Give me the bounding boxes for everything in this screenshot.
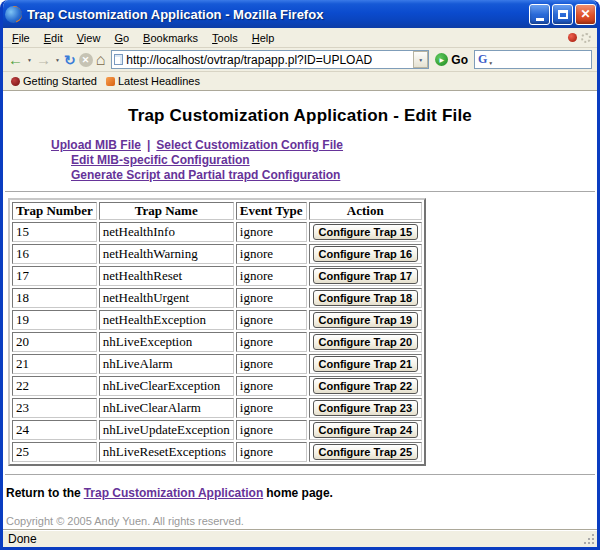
return-home-line: Return to theTrap Customization Applicat… — [6, 486, 597, 500]
page-title: Trap Customization Application - Edit Fi… — [3, 106, 597, 126]
col-trap-name: Trap Name — [99, 202, 234, 220]
event-type: ignore — [236, 376, 307, 396]
table-row: 19 netHealthException ignore Configure T… — [12, 310, 422, 330]
trap-number: 25 — [12, 442, 97, 462]
back-button[interactable]: ← — [7, 52, 24, 67]
event-type: ignore — [236, 266, 307, 286]
trap-name: nhLiveUpdateException — [99, 420, 234, 440]
close-icon: ✕ — [580, 8, 590, 20]
maximize-button[interactable] — [552, 4, 573, 25]
table-row: 24 nhLiveUpdateException ignore Configur… — [12, 420, 422, 440]
rss-icon — [106, 77, 115, 86]
table-row: 20 nhLiveException ignore Configure Trap… — [12, 332, 422, 352]
divider — [5, 191, 595, 192]
trap-name: nhLiveAlarm — [99, 354, 234, 374]
event-type: ignore — [236, 332, 307, 352]
generate-script-link[interactable]: Generate Script and Partial trapd Config… — [71, 168, 340, 182]
url-text[interactable]: http://localhost/ovtrap/trapapp.pl?ID=UP… — [126, 53, 413, 67]
trap-name: netHealthUrgent — [99, 288, 234, 308]
trap-number: 22 — [12, 376, 97, 396]
table-row: 25 nhLiveResetExceptions ignore Configur… — [12, 442, 422, 462]
menu-view[interactable]: View — [70, 30, 108, 46]
table-row: 18 netHealthUrgent ignore Configure Trap… — [12, 288, 422, 308]
menu-tools[interactable]: Tools — [205, 30, 245, 46]
copyright-text: Copyright © 2005 Andy Yuen. All rights r… — [6, 514, 597, 529]
firefox-window: Trap Customization Application - Mozilla… — [0, 0, 600, 550]
google-icon[interactable]: G — [478, 52, 487, 67]
minimize-button[interactable] — [529, 4, 550, 25]
configure-trap-button[interactable]: Configure Trap 23 — [313, 400, 419, 416]
table-row: 17 netHealthReset ignore Configure Trap … — [12, 266, 422, 286]
trap-number: 21 — [12, 354, 97, 374]
stop-button[interactable]: ✕ — [79, 53, 93, 67]
maximize-icon — [558, 10, 568, 19]
link-separator: | — [147, 138, 150, 152]
divider — [5, 474, 595, 475]
trap-number: 23 — [12, 398, 97, 418]
menu-edit[interactable]: Edit — [37, 30, 70, 46]
page-content: Trap Customization Application - Edit Fi… — [3, 91, 597, 529]
forward-dropdown-icon[interactable]: ▼ — [55, 57, 60, 63]
forward-button[interactable]: → — [35, 52, 52, 67]
throbber-icon — [581, 33, 591, 43]
footer-fineprint: Copyright © 2005 Andy Yuen. All rights r… — [6, 514, 597, 529]
configure-trap-button[interactable]: Configure Trap 18 — [313, 290, 419, 306]
configure-trap-button[interactable]: Configure Trap 21 — [313, 356, 419, 372]
trap-table: Trap Number Trap Name Event Type Action … — [8, 198, 426, 466]
bookmark-label: Latest Headlines — [118, 75, 200, 87]
bookmark-latest-headlines[interactable]: Latest Headlines — [103, 74, 203, 88]
configure-trap-button[interactable]: Configure Trap 19 — [313, 312, 419, 328]
configure-trap-button[interactable]: Configure Trap 24 — [313, 422, 419, 438]
go-arrow-icon: ▶ — [435, 53, 448, 66]
status-text: Done — [3, 532, 37, 546]
trap-name: nhLiveException — [99, 332, 234, 352]
page-icon — [114, 54, 123, 65]
return-suffix: home page. — [266, 486, 333, 500]
url-bar[interactable]: http://localhost/ovtrap/trapapp.pl?ID=UP… — [111, 50, 429, 69]
trap-number: 15 — [12, 222, 97, 242]
search-input[interactable]: G ▼ — [474, 50, 592, 69]
trap-name: netHealthException — [99, 310, 234, 330]
configure-trap-button[interactable]: Configure Trap 25 — [313, 444, 419, 460]
trap-name: netHealthWarning — [99, 244, 234, 264]
reload-button[interactable]: ↻ — [63, 53, 77, 67]
table-row: 23 nhLiveClearAlarm ignore Configure Tra… — [12, 398, 422, 418]
menu-go[interactable]: Go — [107, 30, 136, 46]
event-type: ignore — [236, 398, 307, 418]
url-dropdown-button[interactable]: ▼ — [413, 51, 428, 68]
title-bar[interactable]: Trap Customization Application - Mozilla… — [0, 0, 600, 28]
bookmark-getting-started[interactable]: Getting Started — [8, 74, 100, 88]
search-engine-dropdown-icon[interactable]: ▼ — [488, 60, 493, 66]
home-page-link[interactable]: Trap Customization Application — [84, 486, 264, 500]
home-button[interactable]: ⌂ — [95, 52, 107, 68]
configure-trap-button[interactable]: Configure Trap 22 — [313, 378, 419, 394]
back-dropdown-icon[interactable]: ▼ — [27, 57, 32, 63]
edit-mib-configuration-link[interactable]: Edit MIB-specific Configuration — [71, 153, 250, 167]
event-type: ignore — [236, 288, 307, 308]
status-bar: Done — [3, 529, 597, 547]
trap-number: 20 — [12, 332, 97, 352]
event-type: ignore — [236, 442, 307, 462]
configure-trap-button[interactable]: Configure Trap 17 — [313, 268, 419, 284]
minimize-icon — [536, 18, 544, 21]
configure-trap-button[interactable]: Configure Trap 20 — [313, 334, 419, 350]
table-row: 16 netHealthWarning ignore Configure Tra… — [12, 244, 422, 264]
select-customization-config-link[interactable]: Select Customization Config File — [156, 138, 343, 152]
upload-mib-file-link[interactable]: Upload MIB File — [51, 138, 141, 152]
menu-help[interactable]: Help — [245, 30, 282, 46]
chevron-down-icon: ▼ — [418, 57, 423, 63]
configure-trap-button[interactable]: Configure Trap 15 — [313, 224, 419, 240]
firefox-icon — [5, 6, 22, 23]
bookmark-icon — [11, 77, 20, 86]
menu-bookmarks[interactable]: Bookmarks — [136, 30, 205, 46]
update-notification-icon[interactable] — [568, 33, 577, 42]
trap-name: nhLiveClearException — [99, 376, 234, 396]
go-button[interactable]: ▶ Go — [431, 53, 472, 67]
trap-number: 18 — [12, 288, 97, 308]
app-nav-links: Upload MIB File|Select Customization Con… — [3, 138, 597, 183]
close-button[interactable]: ✕ — [575, 4, 596, 25]
event-type: ignore — [236, 310, 307, 330]
resize-grip[interactable] — [583, 533, 595, 545]
menu-file[interactable]: File — [5, 30, 37, 46]
configure-trap-button[interactable]: Configure Trap 16 — [313, 246, 419, 262]
